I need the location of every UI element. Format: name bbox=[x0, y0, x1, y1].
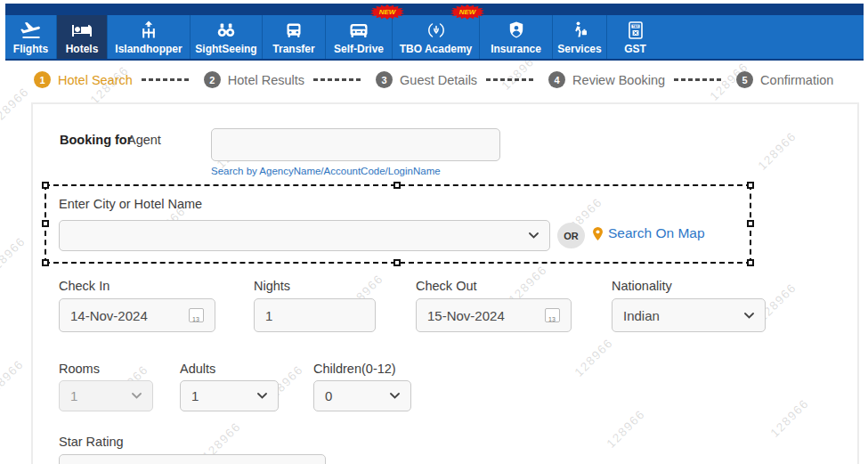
step-connector bbox=[313, 78, 361, 81]
screen: 128966 128966 128966 128966 128966 12896… bbox=[0, 0, 868, 464]
step-review-booking[interactable]: 4 Review Booking bbox=[548, 71, 736, 88]
bed-icon bbox=[71, 20, 93, 41]
nav-tab-label: Islandhopper bbox=[115, 43, 182, 55]
academy-logo-icon bbox=[426, 20, 447, 41]
marquee-handle[interactable] bbox=[42, 182, 49, 189]
children-label: Children(0-12) bbox=[313, 362, 396, 376]
nights-value: 1 bbox=[265, 308, 272, 323]
nav-tab-label: Flights bbox=[13, 43, 48, 55]
shield-person-icon bbox=[506, 20, 527, 41]
nav-tab-gst[interactable]: TAX GST bbox=[606, 15, 663, 59]
marquee-handle[interactable] bbox=[747, 259, 754, 266]
porter-icon bbox=[569, 20, 590, 41]
nav-tabs: Flights Hotels Islandhopper SightSeeing bbox=[5, 15, 864, 61]
adults-select[interactable]: 1 bbox=[180, 380, 279, 411]
marquee-handle[interactable] bbox=[393, 259, 401, 266]
marquee-handle[interactable] bbox=[42, 259, 49, 266]
nav-tab-label: Self-Drive bbox=[334, 43, 384, 55]
step-label: Guest Details bbox=[400, 73, 477, 87]
rooms-label: Rooms bbox=[59, 362, 100, 376]
nav-tab-label: GST bbox=[624, 43, 646, 55]
agent-search-input[interactable] bbox=[211, 128, 500, 161]
tax-document-icon: TAX bbox=[626, 20, 645, 41]
chevron-down-icon bbox=[132, 393, 142, 399]
watermark-text: 128966 bbox=[0, 85, 31, 128]
step-connector bbox=[142, 78, 190, 81]
step-label: Hotel Search bbox=[58, 73, 133, 87]
search-on-map-link[interactable]: Search On Map bbox=[592, 225, 705, 241]
step-connector bbox=[674, 78, 722, 81]
star-rating-input[interactable] bbox=[59, 454, 326, 464]
calendar-icon[interactable]: 13 bbox=[545, 308, 560, 322]
car-front-icon bbox=[347, 20, 370, 41]
nav-tab-services[interactable]: Services bbox=[552, 15, 606, 59]
nav-tab-hotels[interactable]: Hotels bbox=[56, 15, 107, 59]
marquee-handle[interactable] bbox=[747, 220, 754, 227]
binoculars-icon bbox=[215, 20, 237, 41]
check-in-value: 14-Nov-2024 bbox=[70, 308, 148, 323]
nights-field[interactable]: 1 bbox=[254, 298, 376, 332]
step-number: 4 bbox=[548, 71, 565, 88]
city-select[interactable] bbox=[59, 220, 550, 251]
rooms-select[interactable]: 1 bbox=[59, 380, 153, 411]
step-number: 1 bbox=[34, 71, 51, 88]
step-guest-details[interactable]: 3 Guest Details bbox=[376, 71, 548, 88]
nav-top-strip bbox=[5, 4, 864, 15]
nav-tab-label: SightSeeing bbox=[195, 43, 256, 55]
watermark-text: 128966 bbox=[0, 357, 26, 401]
marquee-handle[interactable] bbox=[747, 182, 754, 189]
chevron-down-icon bbox=[744, 313, 754, 319]
island-hotel-icon bbox=[138, 20, 159, 41]
step-confirmation[interactable]: 5 Confirmation bbox=[736, 71, 833, 88]
nav-tab-islandhopper[interactable]: Islandhopper bbox=[107, 15, 190, 59]
marquee-handle[interactable] bbox=[42, 220, 49, 227]
calendar-icon[interactable]: 13 bbox=[189, 308, 204, 322]
booking-type-value: Agent bbox=[127, 133, 161, 147]
marquee-handle[interactable] bbox=[393, 182, 401, 189]
agent-search-hint: Search by AgencyName/AccountCode/LoginNa… bbox=[211, 166, 441, 176]
nav-tab-label: Services bbox=[557, 43, 601, 55]
nav-tab-tbo-academy[interactable]: NEW TBO Academy bbox=[392, 15, 479, 59]
check-out-label: Check Out bbox=[416, 279, 477, 293]
nav-tab-self-drive[interactable]: NEW Self-Drive bbox=[325, 15, 392, 59]
rooms-value: 1 bbox=[70, 388, 77, 403]
nav-tab-label: Transfer bbox=[272, 43, 314, 55]
check-out-field[interactable]: 15-Nov-2024 13 bbox=[416, 298, 572, 332]
step-number: 3 bbox=[376, 71, 393, 88]
search-on-map-label: Search On Map bbox=[608, 225, 705, 241]
plane-icon bbox=[20, 20, 42, 41]
calendar-icon-day: 13 bbox=[192, 316, 199, 322]
or-badge: OR bbox=[557, 223, 585, 248]
children-value: 0 bbox=[325, 388, 332, 403]
adults-label: Adults bbox=[180, 362, 215, 376]
nav-tab-label: TBO Academy bbox=[400, 43, 473, 55]
step-label: Hotel Results bbox=[228, 73, 304, 87]
step-hotel-search[interactable]: 1 Hotel Search bbox=[34, 71, 204, 88]
adults-value: 1 bbox=[191, 388, 199, 403]
search-form-panel: Booking for Agent Search by AgencyName/A… bbox=[31, 102, 859, 464]
step-label: Confirmation bbox=[760, 73, 833, 87]
calendar-icon-day: 13 bbox=[548, 316, 556, 322]
step-hotel-results[interactable]: 2 Hotel Results bbox=[204, 71, 376, 88]
check-in-label: Check In bbox=[59, 279, 110, 293]
map-pin-icon bbox=[592, 226, 604, 241]
booking-stepper: 1 Hotel Search 2 Hotel Results 3 Guest D… bbox=[34, 71, 833, 88]
step-connector bbox=[486, 78, 534, 81]
booking-for-label: Booking for bbox=[60, 133, 132, 147]
star-rating-label: Star Rating bbox=[59, 435, 124, 449]
nationality-select[interactable]: Indian bbox=[612, 298, 766, 332]
tax-icon-text: TAX bbox=[632, 25, 639, 28]
nav-tab-label: Hotels bbox=[66, 43, 99, 55]
nav-tab-flights[interactable]: Flights bbox=[5, 15, 56, 59]
check-out-value: 15-Nov-2024 bbox=[427, 308, 505, 323]
children-select[interactable]: 0 bbox=[313, 380, 411, 411]
chevron-down-icon bbox=[529, 232, 539, 239]
check-in-field[interactable]: 14-Nov-2024 13 bbox=[59, 298, 215, 332]
nav-tab-sightseeing[interactable]: SightSeeing bbox=[190, 15, 262, 59]
chevron-down-icon bbox=[257, 393, 267, 399]
nav-tab-transfer[interactable]: Transfer bbox=[262, 15, 325, 59]
watermark-text: 128966 bbox=[0, 234, 28, 278]
city-label: Enter City or Hotel Name bbox=[59, 197, 202, 211]
nights-label: Nights bbox=[254, 279, 290, 293]
nav-tab-insurance[interactable]: Insurance bbox=[479, 15, 552, 59]
